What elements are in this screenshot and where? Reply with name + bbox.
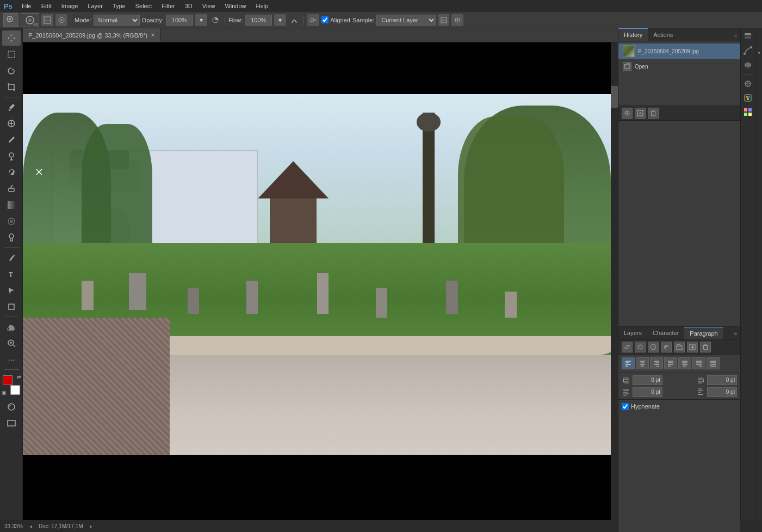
swap-colors-icon[interactable]: ⇄ bbox=[17, 374, 21, 380]
menu-3d[interactable]: 3D bbox=[181, 2, 197, 10]
tool-eraser[interactable] bbox=[2, 181, 21, 196]
tool-history-brush[interactable] bbox=[2, 165, 21, 180]
tool-dodge[interactable] bbox=[2, 230, 21, 245]
reset-colors-icon[interactable]: ▣ bbox=[2, 390, 7, 395]
justify-left-btn[interactable] bbox=[664, 357, 677, 369]
tool-gradient[interactable] bbox=[2, 197, 21, 213]
align-left-btn[interactable] bbox=[622, 357, 635, 369]
aligned-checkbox[interactable] bbox=[321, 16, 329, 23]
add-mask-btn[interactable] bbox=[648, 342, 659, 352]
tab-paragraph[interactable]: Paragraph bbox=[684, 327, 723, 339]
adjustment-icon[interactable] bbox=[742, 78, 754, 90]
left-indent-input[interactable] bbox=[633, 375, 662, 385]
space-before-input[interactable] bbox=[633, 387, 662, 397]
justify-all-btn[interactable] bbox=[707, 357, 720, 369]
menu-window[interactable]: Window bbox=[220, 2, 250, 10]
history-item-1[interactable]: Open bbox=[618, 59, 740, 74]
add-style-btn[interactable] bbox=[635, 342, 646, 352]
mode-select[interactable]: Normal bbox=[94, 15, 140, 26]
menu-layer[interactable]: Layer bbox=[83, 2, 107, 10]
scrollbar-thumb-vertical[interactable] bbox=[611, 86, 618, 108]
svg-rect-107 bbox=[744, 108, 747, 112]
channels-icon[interactable] bbox=[742, 30, 754, 42]
tool-marquee[interactable] bbox=[2, 47, 21, 62]
sample-all-btn[interactable] bbox=[451, 14, 463, 26]
airbrush-toggle[interactable] bbox=[307, 14, 319, 26]
justify-center-btn[interactable] bbox=[678, 357, 691, 369]
tab-actions[interactable]: Actions bbox=[648, 28, 678, 41]
tool-extra[interactable]: ··· bbox=[2, 352, 21, 367]
canvas-viewport[interactable]: ◂ ▸ ⇲ bbox=[23, 42, 618, 532]
align-right-btn[interactable] bbox=[650, 357, 663, 369]
tool-lasso[interactable] bbox=[2, 63, 21, 78]
tool-brush[interactable] bbox=[2, 132, 21, 147]
layers-panel-menu[interactable]: ≡ bbox=[730, 330, 740, 336]
menu-select[interactable]: Select bbox=[131, 2, 157, 10]
brush-airbrush-btn[interactable] bbox=[55, 14, 67, 26]
status-arrow-left[interactable]: ◂ bbox=[29, 523, 32, 529]
brush-size-btn[interactable]: 40 bbox=[21, 13, 39, 27]
tool-preset-picker[interactable] bbox=[3, 13, 18, 27]
status-arrow-right[interactable]: ▸ bbox=[90, 523, 92, 529]
flow-arrow[interactable]: ▾ bbox=[274, 14, 286, 26]
tab-layers[interactable]: Layers bbox=[618, 327, 647, 339]
justify-right-btn[interactable] bbox=[692, 357, 705, 369]
tool-move[interactable] bbox=[2, 30, 21, 46]
tool-pen[interactable] bbox=[2, 250, 21, 265]
new-group-btn[interactable] bbox=[674, 342, 685, 352]
panel-menu-btn[interactable]: ≡ bbox=[730, 32, 740, 38]
history-new-doc[interactable] bbox=[635, 108, 646, 119]
tool-crop[interactable] bbox=[2, 79, 21, 95]
tool-screen-mode[interactable] bbox=[2, 416, 21, 431]
opacity-arrow[interactable]: ▾ bbox=[195, 14, 207, 26]
expand-column[interactable]: ◂ bbox=[755, 28, 762, 532]
tool-shape[interactable] bbox=[2, 299, 21, 314]
link-layers-btn[interactable] bbox=[622, 342, 633, 352]
menu-view[interactable]: View bbox=[198, 2, 220, 10]
tool-quick-mask[interactable] bbox=[2, 399, 21, 415]
flow-input[interactable] bbox=[245, 15, 272, 26]
menu-image[interactable]: Image bbox=[57, 2, 83, 10]
menu-file[interactable]: File bbox=[17, 2, 36, 10]
tool-healing[interactable] bbox=[2, 116, 21, 131]
tool-path-selection[interactable] bbox=[2, 283, 21, 298]
color-swatch-icon[interactable] bbox=[742, 92, 754, 104]
tool-eyedropper[interactable] bbox=[2, 100, 21, 115]
paths-icon[interactable] bbox=[742, 45, 754, 57]
canvas-image bbox=[23, 94, 611, 467]
space-after-input[interactable] bbox=[707, 387, 737, 397]
tab-close-btn[interactable]: ✕ bbox=[151, 32, 155, 38]
delete-layer-btn[interactable] bbox=[700, 342, 711, 352]
history-create-snapshot[interactable] bbox=[622, 108, 633, 119]
menu-type[interactable]: Type bbox=[108, 2, 130, 10]
doc-info: Doc: 17,1M/17,1M bbox=[39, 523, 83, 529]
background-color[interactable] bbox=[10, 385, 20, 395]
sample-select[interactable]: Current Layer bbox=[376, 15, 436, 26]
new-layer-btn[interactable] bbox=[687, 342, 698, 352]
brush-mode-btn[interactable] bbox=[41, 14, 53, 26]
tool-zoom[interactable] bbox=[2, 336, 21, 351]
layers-icon[interactable] bbox=[742, 59, 754, 71]
new-fill-adj-btn[interactable] bbox=[661, 342, 672, 352]
history-delete[interactable] bbox=[648, 108, 659, 119]
foreground-color[interactable] bbox=[3, 375, 13, 385]
canvas-scrollbar-right[interactable] bbox=[611, 42, 618, 520]
expand-arrow-icon[interactable]: ◂ bbox=[758, 50, 760, 55]
menu-filter[interactable]: Filter bbox=[157, 2, 179, 10]
tab-history[interactable]: History bbox=[618, 28, 648, 41]
tool-blur[interactable] bbox=[2, 214, 21, 229]
opacity-input[interactable] bbox=[166, 15, 193, 26]
tool-type[interactable]: T bbox=[2, 267, 21, 282]
hyphenate-checkbox[interactable] bbox=[622, 403, 629, 410]
tool-hand[interactable] bbox=[2, 319, 21, 335]
right-indent-input[interactable] bbox=[707, 375, 737, 385]
align-center-btn[interactable] bbox=[636, 357, 649, 369]
tool-clone-stamp[interactable] bbox=[2, 149, 21, 164]
tab-character[interactable]: Character bbox=[647, 327, 684, 339]
canvas-tab-active[interactable]: P_20150604_205209.jpg @ 33,3% (RGB/8*) ✕ bbox=[23, 28, 161, 42]
history-item-0[interactable]: P_20150604_205209.jpg bbox=[618, 44, 740, 59]
swatches-icon[interactable] bbox=[742, 106, 754, 118]
menu-help[interactable]: Help bbox=[252, 2, 273, 10]
menu-edit[interactable]: Edit bbox=[37, 2, 56, 10]
ignore-adj-btn[interactable] bbox=[438, 14, 449, 26]
